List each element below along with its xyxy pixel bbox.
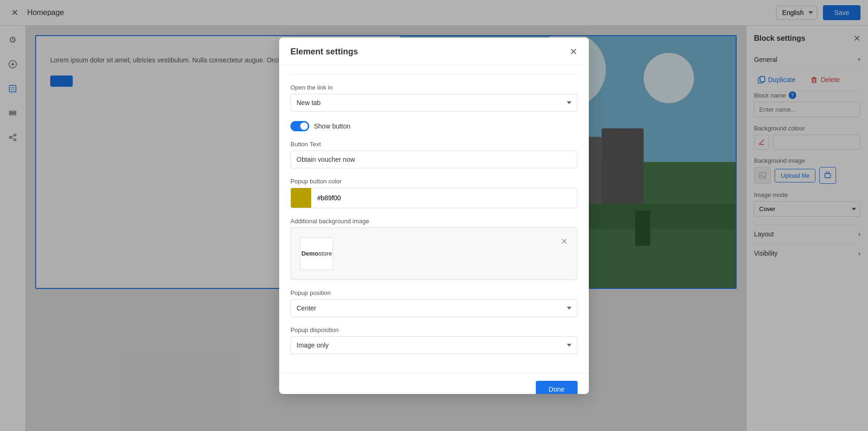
button-text-label: Button Text: [290, 141, 578, 148]
button-text-input[interactable]: [290, 151, 578, 168]
modal-title: Element settings: [290, 47, 358, 57]
additional-bg-image-group: Additional background image Demostore ✕: [290, 218, 578, 280]
popup-position-label: Popup position: [290, 289, 578, 296]
popup-button-color-group: Popup button color: [290, 178, 578, 208]
button-text-group: Button Text: [290, 141, 578, 168]
color-hex-input[interactable]: [312, 189, 577, 206]
open-link-group: Open the link in New tab: [290, 84, 578, 112]
popup-disposition-group: Popup disposition Image only: [290, 326, 578, 354]
color-swatch-button[interactable]: [291, 188, 312, 208]
bg-image-upload-area: Demostore ✕: [290, 227, 578, 280]
show-button-toggle[interactable]: [290, 121, 309, 131]
popup-position-group: Popup position Center: [290, 289, 578, 317]
done-button[interactable]: Done: [536, 381, 578, 394]
popup-button-color-label: Popup button color: [290, 178, 578, 185]
remove-image-button[interactable]: ✕: [561, 237, 568, 246]
modal-close-button[interactable]: ✕: [570, 47, 578, 56]
popup-disposition-label: Popup disposition: [290, 326, 578, 333]
modal-overlay: Element settings ✕ Open the link in New …: [0, 0, 868, 431]
show-button-label: Show button: [314, 122, 350, 130]
open-link-select[interactable]: New tab: [290, 94, 578, 112]
demo-logo-text: Demostore: [301, 250, 332, 257]
modal-footer: Done: [279, 373, 589, 394]
color-row: [290, 188, 578, 208]
modal-body: Open the link in New tab Show button But…: [279, 65, 589, 373]
open-link-label: Open the link in: [290, 84, 578, 91]
additional-bg-image-label: Additional background image: [290, 218, 578, 225]
demo-logo: Demostore: [300, 237, 333, 270]
modal-header: Element settings ✕: [279, 38, 589, 65]
popup-disposition-select[interactable]: Image only: [290, 336, 578, 354]
show-button-row: Show button: [290, 121, 578, 131]
popup-position-select[interactable]: Center: [290, 299, 578, 317]
toggle-knob: [300, 122, 308, 130]
element-settings-modal: Element settings ✕ Open the link in New …: [279, 38, 589, 394]
